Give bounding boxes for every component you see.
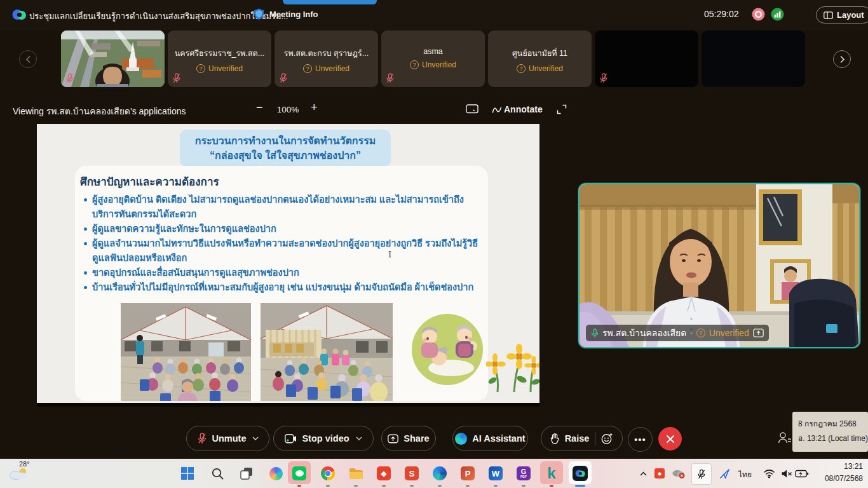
running-indicator <box>522 485 526 487</box>
meeting-info-button[interactable]: Meeting Info <box>269 10 318 19</box>
muted-mic-icon <box>197 433 207 444</box>
flower-illustration <box>486 341 539 392</box>
layout-grid-icon <box>824 11 833 19</box>
participant-tile-video[interactable] <box>61 30 165 87</box>
search-icon <box>212 468 224 480</box>
raise-hand-button[interactable]: Raise <box>541 426 623 451</box>
gaaiho-pdf-icon: GPDF <box>517 466 531 480</box>
participant-name: asma <box>381 47 485 56</box>
tray-wifi[interactable] <box>760 464 778 482</box>
slide-bullet: ผู้สูงอายุติดบ้าน ติดเตียง ไม่สามารถดูแล… <box>81 193 483 222</box>
divider <box>595 432 595 445</box>
zoom-out-button[interactable]: − <box>256 101 263 114</box>
speaker-name: รพ.สต.บ้านคลองเสียด <box>602 326 686 340</box>
clock-time: 13:21 <box>818 461 863 473</box>
network-signal-icon <box>771 8 784 21</box>
taskbar-pdf-app[interactable]: GPDF <box>515 464 532 482</box>
tooltip-local-time: อ. 13:21 (Local time) <box>798 431 868 446</box>
taskbar-powerpoint-app[interactable]: P <box>459 464 477 482</box>
taskbar-chrome-app[interactable] <box>319 464 337 482</box>
participant-tile[interactable]: นครศรีธรรมราช_รพ.สต... ? Unverified <box>168 30 271 87</box>
clock-date: 08/07/2568 <box>818 473 863 485</box>
strip-scroll-left-button[interactable] <box>19 50 37 68</box>
slide-bullet: บ้านเรือนทั่วไปไม่มีอุปกรณ์ที่เหมาะสมกับ… <box>81 280 483 295</box>
more-options-button[interactable]: ••• <box>628 427 653 452</box>
participant-tile[interactable]: รพ.สต.ตะกรบ สุราษฎร์... ? Unverified <box>275 30 378 87</box>
annotate-pen-icon[interactable] <box>492 105 502 114</box>
copilot-icon <box>269 467 283 480</box>
meeting-timer: 05:29:02 <box>704 9 739 19</box>
taskbar-clock[interactable]: 13:21 08/07/2568 <box>818 461 863 485</box>
taskbar-file-explorer[interactable] <box>347 464 365 482</box>
stop-video-button[interactable]: Stop video <box>273 426 374 451</box>
weather-cloud-icon[interactable] <box>8 467 29 480</box>
unmute-button[interactable]: Unmute <box>186 426 269 451</box>
participant-tile-camera-off[interactable] <box>595 30 698 87</box>
start-button[interactable] <box>179 464 196 482</box>
focused-indicator <box>575 485 585 487</box>
sharing-indicator-icon <box>753 329 764 337</box>
slide-title: กระบวนการทำงานในการจัดทำนวัตกรรม “กล่องส… <box>180 130 391 167</box>
tray-pointer-app[interactable] <box>715 464 733 482</box>
strip-scroll-right-button[interactable] <box>833 50 851 68</box>
participant-tile[interactable]: ศูนย์อนามัยที่ 11 ? Unverified <box>488 30 592 87</box>
taskbar-search-button[interactable] <box>208 464 226 482</box>
slide-bullet: ขาดอุปกรณ์และสื่อสนับสนุนการดูแลสุขภาพช่… <box>81 266 483 280</box>
participant-name: ศูนย์อนามัยที่ 11 <box>488 47 592 60</box>
taskbar-edge-app[interactable] <box>431 464 449 482</box>
share-indicator-tab[interactable] <box>283 0 377 4</box>
folder-icon <box>349 468 363 480</box>
shared-screen-slide: กระบวนการทำงานในการจัดทำนวัตกรรม “กล่องส… <box>37 124 539 404</box>
slide-bullet-list: ผู้สูงอายุติดบ้าน ติดเตียง ไม่สามารถดูแล… <box>81 193 483 295</box>
taskbar-snagit-app[interactable]: S <box>403 464 421 482</box>
voov-logo-icon <box>12 8 26 21</box>
participant-name: รพ.สต.ตะกรบ สุราษฎร์... <box>275 47 378 60</box>
chevron-left-icon <box>25 55 31 64</box>
layout-label: Layout <box>837 10 864 20</box>
tray-mic-muted[interactable] <box>691 463 712 485</box>
taskbar-word-app[interactable]: W <box>487 464 505 482</box>
annotate-button[interactable]: Annotate <box>504 104 543 114</box>
task-view-button[interactable] <box>238 464 255 482</box>
layout-button[interactable]: Layout <box>816 6 868 24</box>
word-icon: W <box>489 466 503 480</box>
tray-language-indicator[interactable]: ไทย <box>738 468 752 480</box>
taskbar-voov-app[interactable] <box>571 464 589 482</box>
speaker-muted-icon <box>781 469 792 478</box>
muted-mic-icon <box>386 73 395 83</box>
slide-title-line2: “กล่องสุขใจ ใส่ใจสุขภาพช่องปาก” <box>180 148 391 163</box>
powerpoint-icon: P <box>461 466 475 480</box>
copilot-button[interactable] <box>267 464 285 482</box>
tray-show-hidden-icons[interactable] <box>634 464 652 482</box>
shared-window-edge <box>37 403 539 407</box>
question-icon: ? <box>196 64 205 73</box>
dot-separator: • <box>690 330 693 337</box>
zoom-in-button[interactable]: + <box>311 101 318 114</box>
active-speaker-video[interactable]: รพ.สต.บ้านคลองเสียด • ? Unverified <box>578 183 860 348</box>
leave-meeting-button[interactable] <box>658 427 682 451</box>
tray-onedrive-status[interactable] <box>670 464 688 482</box>
ai-assistant-button[interactable]: AI Assistant <box>452 426 528 451</box>
running-indicator <box>466 485 470 487</box>
text-cursor: I <box>388 250 391 259</box>
speaker-video-feed <box>580 184 859 347</box>
participants-list-icon[interactable] <box>778 431 792 445</box>
voov-meeting-icon <box>573 466 588 481</box>
tray-red-diamond-app[interactable]: ◆ <box>651 464 668 482</box>
participant-tile[interactable]: asma ? Unverified <box>381 30 485 87</box>
participant-tile-camera-off[interactable] <box>702 30 805 87</box>
screen-share-view-icon[interactable] <box>466 104 478 115</box>
tray-battery[interactable] <box>793 464 811 482</box>
share-button[interactable]: Share <box>381 426 436 451</box>
ai-assistant-icon <box>455 433 467 445</box>
taskbar-line-app[interactable] <box>290 464 308 482</box>
unverified-badge: ? Unverified <box>488 64 592 73</box>
taskbar-red-diamond-app[interactable]: ◆ <box>375 464 393 482</box>
community-meeting-photo-1 <box>121 303 251 401</box>
question-icon: ? <box>303 64 312 73</box>
cloud-error-icon <box>672 468 686 479</box>
fullscreen-expand-icon[interactable] <box>557 104 567 114</box>
reactions-emoji-icon[interactable] <box>601 433 613 445</box>
chevron-down-icon <box>252 437 259 440</box>
taskbar-k-app[interactable]: k <box>543 464 560 482</box>
